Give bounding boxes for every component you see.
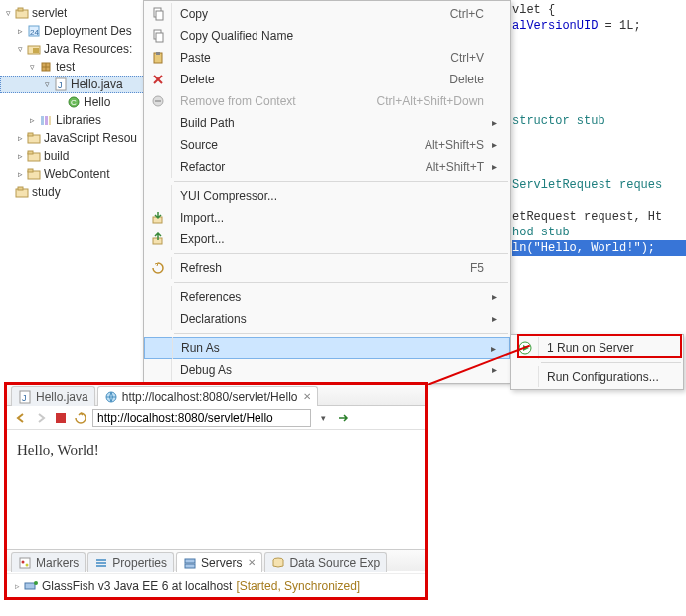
expand-icon[interactable]: ▹ bbox=[15, 581, 20, 591]
tree-item-servlet[interactable]: ▿servlet bbox=[0, 4, 149, 22]
menu-item-source[interactable]: SourceAlt+Shift+S▸ bbox=[144, 134, 510, 156]
menu-shortcut: F5 bbox=[470, 261, 492, 275]
menu-label: Import... bbox=[172, 211, 224, 225]
menu-item-declarations[interactable]: Declarations▸ bbox=[144, 308, 510, 330]
menu-item-debug-as[interactable]: Debug As▸ bbox=[144, 359, 510, 381]
menu-item-run-as[interactable]: Run As▸ bbox=[144, 337, 510, 359]
properties-icon bbox=[94, 556, 108, 570]
svg-rect-13 bbox=[41, 116, 44, 125]
menu-item-yui-compressor-[interactable]: YUI Compressor... bbox=[144, 185, 510, 207]
tree-label: Deployment Des bbox=[44, 24, 132, 38]
tree-item-libraries[interactable]: ▹Libraries bbox=[0, 111, 149, 129]
tree-item-deployment-des[interactable]: ▹24Deployment Des bbox=[0, 22, 149, 40]
tree-item-build[interactable]: ▹build bbox=[0, 147, 149, 165]
server-status: [Started, Synchronized] bbox=[236, 579, 360, 593]
blank-icon bbox=[144, 134, 172, 156]
menu-item-refresh[interactable]: RefreshF5 bbox=[144, 257, 510, 279]
submenu-item-run-configurations-[interactable]: Run Configurations... bbox=[511, 366, 683, 387]
svg-text:J: J bbox=[22, 393, 27, 403]
view-tab-data-source-exp[interactable]: Data Source Exp bbox=[264, 552, 387, 572]
twisty-icon[interactable]: ▹ bbox=[14, 132, 26, 144]
twisty-icon[interactable]: ▹ bbox=[14, 150, 26, 162]
twisty-icon[interactable] bbox=[2, 186, 14, 198]
menu-item-copy[interactable]: CopyCtrl+C bbox=[144, 3, 510, 25]
code-line bbox=[512, 50, 686, 66]
tree-item-study[interactable]: study bbox=[0, 183, 149, 201]
tab-label: Markers bbox=[36, 556, 79, 570]
svg-text:C: C bbox=[71, 98, 77, 107]
code-line: vlet { bbox=[512, 2, 686, 18]
delete-icon bbox=[144, 69, 172, 90]
back-icon[interactable] bbox=[13, 410, 29, 426]
close-icon[interactable]: ✕ bbox=[248, 557, 256, 568]
svg-rect-5 bbox=[33, 48, 39, 53]
chevron-right-icon: ▸ bbox=[491, 343, 509, 354]
menu-item-remove-from-context[interactable]: Remove from ContextCtrl+Alt+Shift+Down bbox=[144, 90, 510, 112]
menu-item-import-[interactable]: Import... bbox=[144, 207, 510, 229]
menu-label: Export... bbox=[172, 232, 225, 246]
menu-item-export-[interactable]: Export... bbox=[144, 229, 510, 250]
tree-item-javascript-resou[interactable]: ▹JavaScript Resou bbox=[0, 129, 149, 147]
remove-icon bbox=[144, 90, 172, 112]
chevron-right-icon: ▸ bbox=[492, 291, 510, 302]
menu-separator bbox=[541, 362, 681, 363]
twisty-icon[interactable]: ▹ bbox=[26, 114, 38, 126]
tree-label: JavaScript Resou bbox=[44, 131, 137, 145]
server-name: GlassFish v3 Java EE 6 at localhost bbox=[42, 579, 232, 593]
editor-tab[interactable]: JHello.java bbox=[11, 386, 95, 406]
twisty-icon[interactable] bbox=[54, 96, 66, 108]
twisty-icon[interactable]: ▿ bbox=[41, 78, 53, 90]
runas-submenu: 1 Run on ServerRun Configurations... bbox=[510, 334, 684, 390]
code-line: ServletRequest reques bbox=[512, 177, 686, 193]
folder-icon bbox=[26, 166, 42, 182]
twisty-icon[interactable]: ▹ bbox=[14, 168, 26, 180]
browser-toolbar: ▾ bbox=[7, 406, 425, 430]
tree-item-test[interactable]: ▿test bbox=[0, 58, 149, 76]
view-tab-properties[interactable]: Properties bbox=[87, 552, 174, 572]
stop-icon[interactable] bbox=[53, 410, 69, 426]
server-row[interactable]: ▹ GlassFish v3 Java EE 6 at localhost [S… bbox=[7, 573, 425, 597]
folder-icon bbox=[26, 148, 42, 164]
submenu-item-1-run-on-server[interactable]: 1 Run on Server bbox=[511, 337, 683, 359]
blank-icon bbox=[145, 337, 173, 359]
menu-item-refactor[interactable]: RefactorAlt+Shift+T▸ bbox=[144, 156, 510, 178]
menu-label: Source bbox=[172, 138, 218, 152]
twisty-icon[interactable]: ▿ bbox=[26, 61, 38, 73]
menu-item-references[interactable]: References▸ bbox=[144, 286, 510, 308]
url-dropdown-icon[interactable]: ▾ bbox=[315, 410, 331, 426]
menu-item-paste[interactable]: PasteCtrl+V bbox=[144, 47, 510, 69]
editor-tab[interactable]: http://localhost:8080/servlet/Hello✕ bbox=[97, 386, 319, 406]
java-file-icon: J bbox=[18, 390, 32, 404]
close-icon[interactable]: ✕ bbox=[303, 391, 311, 402]
menu-label: Build Path bbox=[172, 116, 235, 130]
blank-icon bbox=[144, 359, 172, 381]
twisty-icon[interactable]: ▹ bbox=[14, 25, 26, 37]
url-input[interactable] bbox=[92, 409, 311, 427]
twisty-icon[interactable]: ▿ bbox=[2, 7, 14, 19]
svg-rect-15 bbox=[49, 116, 51, 125]
tree-item-java-resources-[interactable]: ▿Java Resources: bbox=[0, 40, 149, 58]
menu-item-delete[interactable]: DeleteDelete bbox=[144, 69, 510, 90]
menu-separator bbox=[174, 253, 508, 254]
view-tab-servers[interactable]: Servers✕ bbox=[176, 552, 262, 572]
code-editor[interactable]: vlet {alVersionUID = 1L; structor stub S… bbox=[512, 0, 686, 274]
tree-item-hello[interactable]: CHello bbox=[0, 93, 149, 111]
menu-item-copy-qualified-name[interactable]: Copy Qualified Name bbox=[144, 25, 510, 47]
tree-item-webcontent[interactable]: ▹WebContent bbox=[0, 165, 149, 183]
go-icon[interactable] bbox=[335, 410, 351, 426]
svg-rect-21 bbox=[28, 169, 33, 172]
blank-icon bbox=[511, 366, 539, 387]
menu-shortcut: Ctrl+V bbox=[450, 51, 492, 65]
copy-icon bbox=[144, 25, 172, 47]
tree-label: servlet bbox=[32, 6, 67, 20]
menu-label: Copy bbox=[172, 7, 208, 21]
menu-item-build-path[interactable]: Build Path▸ bbox=[144, 112, 510, 134]
twisty-icon[interactable]: ▿ bbox=[14, 43, 26, 55]
forward-icon[interactable] bbox=[33, 410, 49, 426]
refresh-small-icon[interactable] bbox=[73, 410, 88, 426]
view-tab-markers[interactable]: Markers bbox=[11, 552, 86, 572]
svg-text:24: 24 bbox=[30, 28, 39, 37]
tree-item-hello-java[interactable]: ▿JHello.java bbox=[0, 76, 149, 93]
code-line: ln("Hello, World!"); bbox=[512, 240, 686, 256]
blank-icon bbox=[144, 308, 172, 330]
